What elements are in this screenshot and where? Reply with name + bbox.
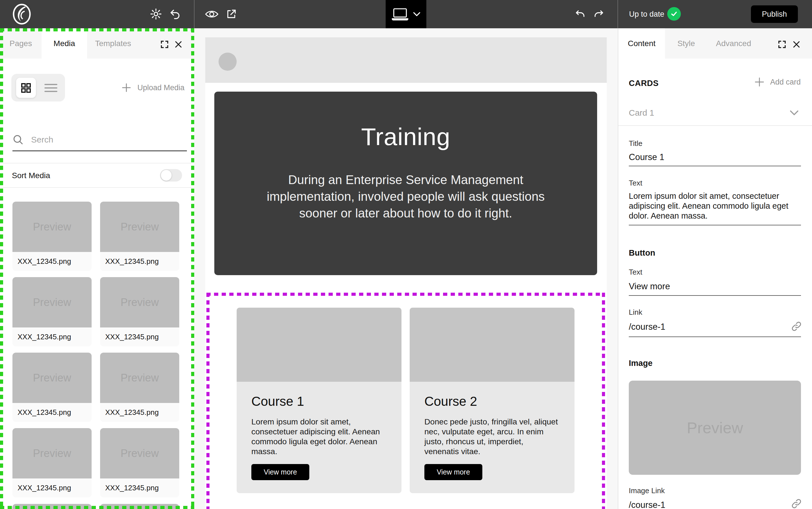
input-underline <box>629 295 801 296</box>
media-item[interactable]: Preview XXX_12345.png <box>12 277 92 346</box>
course-image-placeholder <box>237 308 401 382</box>
title-field-value[interactable]: Course 1 <box>629 152 664 162</box>
expand-panel-icon[interactable] <box>777 40 786 49</box>
media-item[interactable]: Preview XXX_12345.png <box>12 428 92 498</box>
tab-templates[interactable]: Templates <box>87 28 139 59</box>
tab-content[interactable]: Content <box>618 28 665 59</box>
right-panel-tabbar: Content Style Advanced <box>618 28 812 59</box>
image-section-heading: Image <box>629 359 652 368</box>
toggle-knob <box>161 170 172 181</box>
media-item[interactable]: Preview XXX_12345.png <box>100 277 179 346</box>
list-view-button[interactable] <box>40 78 62 98</box>
media-item[interactable]: Preview XXX_12345.png <box>100 352 179 422</box>
tab-advanced[interactable]: Advanced <box>707 28 760 59</box>
app-logo[interactable] <box>10 3 33 26</box>
view-more-button[interactable]: View more <box>424 464 482 480</box>
plus-icon <box>121 83 131 93</box>
search-placeholder: Serch <box>31 135 53 144</box>
publish-button[interactable]: Publish <box>751 5 798 23</box>
device-selector[interactable] <box>386 0 426 28</box>
media-thumbnail: Preview <box>12 352 92 403</box>
upload-media-button[interactable]: Upload Media <box>121 74 185 102</box>
media-item[interactable]: Preview XXX_12345.png <box>12 202 92 271</box>
link-icon[interactable] <box>790 498 802 509</box>
input-underline <box>629 225 801 225</box>
toolbar-divider <box>617 0 618 28</box>
divider <box>0 187 194 188</box>
input-underline <box>629 166 801 166</box>
add-card-button[interactable]: Add card <box>754 77 801 87</box>
sync-status-text: Up to date <box>629 0 664 28</box>
tab-pages[interactable]: Pages <box>0 28 42 59</box>
course-card-1[interactable]: Course 1 Lorem ipsum dolor sit amet, con… <box>237 308 401 493</box>
text-field-label: Text <box>629 179 642 188</box>
media-filename: XXX_12345.png <box>100 328 179 346</box>
course-text: Donec pede justo, fringilla vel, aliquet… <box>424 417 560 456</box>
media-filename: XXX_12345.png <box>12 328 92 346</box>
tab-media[interactable]: Media <box>42 28 87 59</box>
text-field-value[interactable]: Lorem ipsum dolor sit amet, consectetuer… <box>629 191 802 221</box>
course-title: Course 2 <box>424 394 560 409</box>
website-builder-app: Up to date Publish Pages Media Templates <box>0 0 812 509</box>
plus-icon <box>754 77 765 87</box>
image-link-value[interactable]: /course-1 <box>629 500 665 509</box>
media-item[interactable]: Preview XXX_12345.png <box>12 352 92 422</box>
undo-icon[interactable] <box>169 8 181 20</box>
undo-icon[interactable] <box>574 8 586 20</box>
site-logo-placeholder[interactable] <box>218 53 237 71</box>
title-field-label: Title <box>629 139 642 148</box>
media-filename: XXX_12345.png <box>100 252 179 271</box>
divider <box>0 163 194 164</box>
upload-media-label: Upload Media <box>137 83 185 92</box>
view-more-button[interactable]: View more <box>251 464 309 480</box>
media-item[interactable]: Preview XXX_12345.png <box>100 428 179 498</box>
selection-frame-magenta <box>602 293 605 509</box>
redo-icon[interactable] <box>593 8 604 20</box>
add-card-label: Add card <box>770 78 801 87</box>
sync-check-icon <box>667 7 681 21</box>
hero-section[interactable]: Training During an Enterprise Service Ma… <box>214 92 597 275</box>
laptop-icon <box>391 7 409 21</box>
card-group-row[interactable]: Card 1 <box>629 108 654 117</box>
sort-media-toggle[interactable] <box>160 169 182 181</box>
link-icon[interactable] <box>790 320 802 332</box>
settings-gear-icon[interactable] <box>149 8 162 20</box>
chevron-down-icon[interactable] <box>789 110 799 116</box>
image-preview-placeholder[interactable]: Preview <box>629 381 801 475</box>
media-item[interactable]: Preview XXX_12345.png <box>100 202 179 271</box>
cards-section-heading: CARDS <box>629 79 659 88</box>
grid-view-button[interactable] <box>16 78 36 98</box>
link-field-label: Link <box>629 308 642 317</box>
list-view-icon <box>44 83 58 93</box>
media-filename: XXX_12345.png <box>100 403 179 422</box>
button-text-label: Text <box>629 268 642 277</box>
button-text-value[interactable]: View more <box>629 281 670 292</box>
divider <box>618 125 812 126</box>
open-external-icon[interactable] <box>225 8 237 20</box>
media-view-toggle <box>11 74 65 102</box>
hero-body-text: During an Enterprise Service Management … <box>256 171 556 222</box>
button-section-heading: Button <box>629 248 655 258</box>
site-header[interactable]: Services About Us Contact <box>205 37 607 83</box>
link-field-value[interactable]: /course-1 <box>629 322 665 332</box>
media-thumbnail: Preview <box>100 428 179 478</box>
media-thumbnail: Preview <box>100 352 179 403</box>
close-panel-icon[interactable] <box>174 40 183 49</box>
selection-frame-magenta <box>206 293 605 296</box>
toolbar-divider <box>194 0 195 28</box>
media-thumbnail: Preview <box>12 277 92 328</box>
media-search-input[interactable]: Serch <box>12 129 187 151</box>
preview-eye-icon[interactable] <box>205 9 219 19</box>
course-card-2[interactable]: Course 2 Donec pede justo, fringilla vel… <box>410 308 574 493</box>
media-filename: XXX_12345.png <box>12 478 92 498</box>
course-title: Course 1 <box>251 394 387 409</box>
expand-panel-icon[interactable] <box>160 40 169 49</box>
tab-style[interactable]: Style <box>665 28 707 59</box>
close-panel-icon[interactable] <box>792 40 801 49</box>
media-filename: XXX_12345.png <box>100 478 179 498</box>
top-toolbar: Up to date Publish <box>0 0 812 28</box>
media-thumbnail: Preview <box>100 202 179 252</box>
media-filename: XXX_12345.png <box>12 403 92 422</box>
selection-frame-green <box>0 506 194 509</box>
media-grid: Preview XXX_12345.png Preview XXX_12345.… <box>12 202 187 498</box>
